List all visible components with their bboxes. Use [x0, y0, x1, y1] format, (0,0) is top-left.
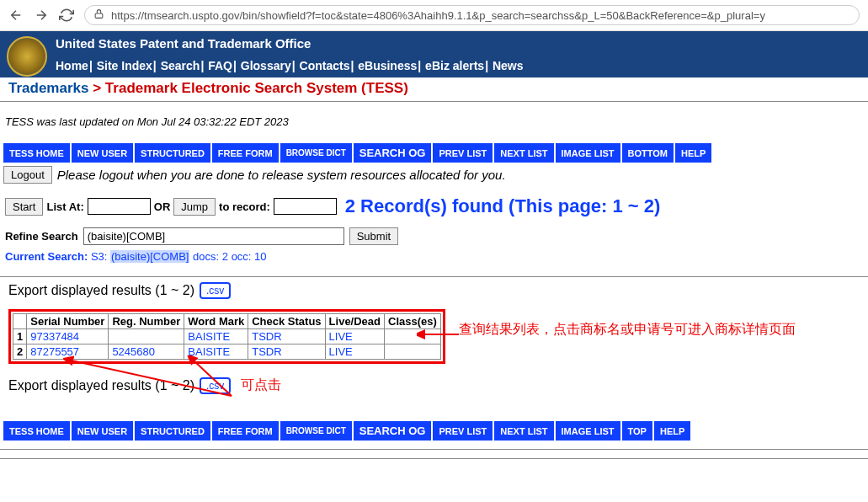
- table-row: 1 97337484 BAISITE TSDR LIVE: [13, 329, 441, 344]
- jump-button[interactable]: Jump: [173, 198, 216, 216]
- free-form-button[interactable]: FREE FORM: [212, 143, 279, 163]
- nav-ebiz-alerts[interactable]: eBiz alerts: [425, 59, 484, 72]
- nav-button-row-top: TESS HOME NEW USER STRUCTURED FREE FORM …: [0, 143, 868, 163]
- export-row-top: Export displayed results (1 ~ 2) .csv: [0, 279, 868, 309]
- structured-button[interactable]: STRUCTURED: [135, 143, 210, 163]
- browser-toolbar: https://tmsearch.uspto.gov/bin/showfield…: [0, 0, 868, 31]
- wordmark-link[interactable]: BAISITE: [188, 345, 230, 358]
- to-record-input[interactable]: [274, 198, 337, 215]
- back-icon[interactable]: [8, 8, 24, 23]
- divider: [0, 276, 868, 277]
- image-list-button[interactable]: IMAGE LIST: [556, 421, 620, 441]
- nav-button-row-bottom: TESS HOME NEW USER STRUCTURED FREE FORM …: [0, 421, 868, 441]
- tess-home-button[interactable]: TESS HOME: [3, 421, 70, 441]
- reg-link[interactable]: 5245680: [112, 345, 155, 358]
- list-at-label: List At:: [46, 200, 83, 213]
- prev-list-button[interactable]: PREV LIST: [433, 143, 493, 163]
- serial-link[interactable]: 87275557: [30, 345, 79, 358]
- current-search: Current Search: S3: (baisite)[COMB] docs…: [0, 247, 868, 275]
- export-csv-button[interactable]: .csv: [200, 377, 231, 394]
- logout-button[interactable]: Logout: [3, 166, 52, 184]
- new-user-button[interactable]: NEW USER: [72, 143, 133, 163]
- export-csv-button[interactable]: .csv: [200, 282, 231, 299]
- browse-dict-button[interactable]: BROWSE DICT: [280, 143, 352, 163]
- refine-label: Refine Search: [5, 230, 78, 243]
- next-list-button[interactable]: NEXT LIST: [494, 143, 553, 163]
- new-user-button[interactable]: NEW USER: [72, 421, 133, 441]
- tsdr-link[interactable]: TSDR: [252, 330, 281, 343]
- nav-news[interactable]: News: [493, 59, 524, 72]
- wordmark-link[interactable]: BAISITE: [188, 330, 230, 343]
- list-at-input[interactable]: [88, 198, 151, 215]
- breadcrumb: Trademarks > Trademark Electronic Search…: [0, 77, 868, 99]
- logout-row: Logout Please logout when you are done t…: [0, 164, 868, 192]
- nav-ebusiness[interactable]: eBusiness: [358, 59, 417, 72]
- site-title: United States Patent and Trademark Offic…: [56, 36, 524, 51]
- search-og-button[interactable]: SEARCH OG: [354, 421, 432, 441]
- free-form-button[interactable]: FREE FORM: [212, 421, 279, 441]
- submit-button[interactable]: Submit: [349, 227, 398, 245]
- svg-rect-0: [95, 13, 103, 18]
- url-text: https://tmsearch.uspto.gov/bin/showfield…: [111, 9, 765, 22]
- results-table: Serial Number Reg. Number Word Mark Chec…: [13, 313, 441, 360]
- records-found: 2 Record(s) found (This page: 1 ~ 2): [345, 195, 661, 217]
- help-button[interactable]: HELP: [654, 421, 690, 441]
- serial-link[interactable]: 97337484: [30, 330, 79, 343]
- nav-home[interactable]: Home: [56, 59, 88, 72]
- table-row: 2 87275557 5245680 BAISITE TSDR LIVE: [13, 344, 441, 360]
- breadcrumb-tess: Trademark Electronic Search System (TESS…: [105, 80, 408, 96]
- help-button[interactable]: HELP: [675, 143, 711, 163]
- tess-home-button[interactable]: TESS HOME: [3, 143, 70, 163]
- or-label: OR: [154, 200, 171, 213]
- image-list-button[interactable]: IMAGE LIST: [556, 143, 620, 163]
- table-header-row: Serial Number Reg. Number Word Mark Chec…: [13, 314, 441, 329]
- structured-button[interactable]: STRUCTURED: [135, 421, 210, 441]
- nav-contacts[interactable]: Contacts: [300, 59, 350, 72]
- search-og-button[interactable]: SEARCH OG: [354, 143, 432, 163]
- bottom-button[interactable]: BOTTOM: [622, 143, 674, 163]
- annotation-clickable: 可点击: [241, 376, 281, 394]
- top-button[interactable]: TOP: [622, 421, 652, 441]
- start-button[interactable]: Start: [5, 198, 43, 216]
- current-search-expr[interactable]: (baisite)[COMB]: [110, 250, 189, 263]
- url-bar[interactable]: https://tmsearch.uspto.gov/bin/showfield…: [84, 5, 860, 25]
- nav-search[interactable]: Search: [161, 59, 200, 72]
- divider: [0, 458, 868, 459]
- divider: [0, 101, 868, 102]
- prev-list-button[interactable]: PREV LIST: [433, 421, 493, 441]
- breadcrumb-trademarks[interactable]: Trademarks: [8, 80, 88, 96]
- site-header: United States Patent and Trademark Offic…: [0, 31, 868, 77]
- next-list-button[interactable]: NEXT LIST: [494, 421, 553, 441]
- forward-icon[interactable]: [34, 8, 49, 23]
- top-nav: Home| Site Index| Search| FAQ| Glossary|…: [56, 59, 524, 77]
- browse-dict-button[interactable]: BROWSE DICT: [280, 421, 352, 441]
- uspto-seal-icon: [7, 36, 47, 77]
- export-row-bottom: Export displayed results (1 ~ 2) .csv 可点…: [0, 373, 868, 404]
- update-timestamp: TESS was last updated on Mon Jul 24 03:3…: [0, 104, 868, 143]
- to-record-label: to record:: [219, 200, 270, 213]
- refine-row: Refine Search Submit: [0, 226, 868, 247]
- logout-message: Please logout when you are done to relea…: [57, 168, 506, 182]
- nav-faq[interactable]: FAQ: [208, 59, 232, 72]
- nav-glossary[interactable]: Glossary: [241, 59, 291, 72]
- tsdr-link[interactable]: TSDR: [252, 345, 281, 358]
- lock-icon: [93, 8, 104, 22]
- nav-site-index[interactable]: Site Index: [97, 59, 152, 72]
- divider: [0, 449, 868, 450]
- refine-input[interactable]: [83, 227, 344, 245]
- annotation-highlight-box: Serial Number Reg. Number Word Mark Chec…: [8, 309, 445, 364]
- annotation-text: 查询结果列表，点击商标名或申请号可进入商标详情页面: [459, 319, 796, 339]
- results-table-wrap: Serial Number Reg. Number Word Mark Chec…: [0, 309, 868, 373]
- reload-icon[interactable]: [59, 8, 74, 23]
- list-controls-row: Start List At: OR Jump to record: 2 Reco…: [0, 192, 868, 226]
